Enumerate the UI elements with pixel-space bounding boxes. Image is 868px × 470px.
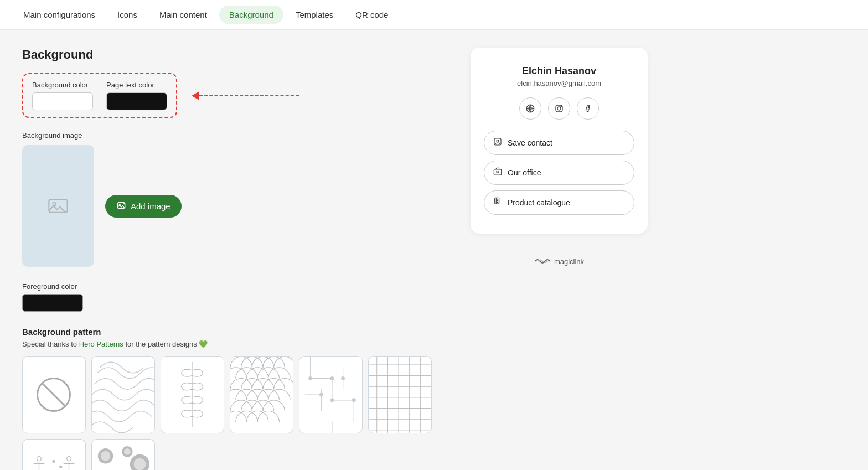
left-panel: Background Background color Page text co… (22, 48, 432, 470)
grid-pattern-icon (369, 357, 431, 433)
pattern-leaves[interactable] (161, 356, 224, 433)
svg-point-42 (67, 457, 71, 461)
our-office-button[interactable]: Our office (484, 161, 634, 185)
svg-point-61 (124, 448, 131, 455)
bg-color-field: Background color (32, 81, 93, 110)
magiclink-logo-icon (534, 256, 551, 267)
pattern-subtitle-post: for the pattern designs 💚 (123, 340, 208, 348)
anchors-pattern-icon (23, 440, 85, 470)
pattern-section: Background pattern Special thanks to Her… (22, 327, 432, 470)
hero-patterns-link[interactable]: Hero Patterns (79, 340, 123, 348)
pattern-title: Background pattern (22, 327, 432, 337)
topography-pattern-icon (92, 357, 154, 433)
svg-point-68 (557, 107, 561, 110)
foreground-color-label: Foreground color (22, 282, 432, 291)
placeholder-icon (47, 195, 69, 217)
seigaiha-pattern-icon (230, 357, 293, 433)
tab-qr-code[interactable]: QR code (345, 6, 398, 24)
image-placeholder (22, 145, 94, 267)
bg-color-label: Background color (32, 81, 93, 89)
bg-image-section: Background image (22, 131, 432, 267)
pattern-none[interactable] (22, 356, 86, 433)
svg-rect-72 (494, 169, 501, 175)
catalogue-icon (493, 197, 502, 208)
svg-point-19 (330, 399, 334, 402)
tab-main-content[interactable]: Main content (149, 6, 217, 24)
text-color-label: Page text color (106, 81, 167, 89)
magiclink-branding: magiclink (534, 256, 584, 267)
save-contact-button[interactable]: Save contact (484, 131, 634, 155)
circles-pattern-icon (92, 440, 154, 470)
svg-point-35 (37, 457, 42, 461)
svg-point-22 (342, 377, 345, 380)
svg-point-20 (352, 399, 355, 402)
bg-image-row: Add image (22, 145, 432, 267)
section-title: Background (22, 48, 432, 62)
office-icon (493, 167, 502, 178)
svg-rect-0 (49, 199, 67, 212)
arrow-head (192, 91, 199, 100)
arrow-line (199, 95, 299, 96)
tab-icons[interactable]: Icons (107, 6, 147, 24)
right-panel: Elchin Hasanov elcin.hasanov@gmail.com (454, 48, 664, 470)
add-image-label: Add image (131, 202, 170, 211)
save-contact-icon (493, 137, 502, 148)
pattern-topography[interactable] (91, 356, 155, 433)
product-catalogue-button[interactable]: Product catalogue (484, 190, 634, 215)
circuit-pattern-icon (299, 357, 362, 433)
preview-card: Elchin Hasanov elcin.hasanov@gmail.com (471, 48, 648, 234)
svg-point-18 (330, 377, 334, 380)
tab-templates[interactable]: Templates (286, 6, 343, 24)
pattern-circles[interactable] (91, 439, 155, 470)
bg-color-swatch[interactable] (32, 92, 93, 110)
pattern-subtitle-pre: Special thanks to (22, 340, 79, 348)
pattern-seigaiha[interactable] (230, 356, 293, 433)
preview-instagram-icon[interactable] (548, 97, 570, 120)
magiclink-logo-text: magiclink (554, 257, 584, 266)
pattern-circuit[interactable] (299, 356, 363, 433)
svg-point-41 (60, 466, 62, 468)
pattern-grid[interactable] (368, 356, 432, 433)
svg-point-60 (101, 451, 111, 461)
text-color-swatch[interactable] (106, 92, 167, 110)
pattern-anchors[interactable] (22, 439, 86, 470)
color-options-box: Background color Page text color (22, 73, 177, 118)
add-image-button[interactable]: Add image (105, 195, 182, 218)
text-color-field: Page text color (106, 81, 167, 110)
svg-line-5 (42, 383, 65, 406)
preview-globe-icon[interactable] (519, 97, 541, 120)
arrow (193, 91, 299, 100)
preview-name: Elchin Hasanov (522, 65, 596, 77)
foreground-color-swatch[interactable] (22, 294, 83, 312)
svg-point-40 (53, 461, 55, 463)
no-pattern-icon (23, 357, 85, 433)
add-image-icon (116, 200, 126, 212)
svg-point-69 (561, 106, 562, 107)
product-catalogue-label: Product catalogue (508, 198, 570, 207)
bg-image-label: Background image (22, 131, 432, 140)
preview-social-icons (519, 97, 599, 120)
save-contact-label: Save contact (508, 138, 552, 147)
leaves-pattern-icon (161, 357, 224, 433)
top-nav: Main configurations Icons Main content B… (0, 0, 868, 30)
pattern-subtitle: Special thanks to Hero Patterns for the … (22, 340, 432, 348)
preview-facebook-icon[interactable] (577, 97, 599, 120)
svg-point-17 (309, 377, 312, 380)
main-layout: Background Background color Page text co… (0, 30, 868, 470)
tab-background[interactable]: Background (219, 6, 283, 24)
tab-main-configurations[interactable]: Main configurations (13, 6, 105, 24)
svg-rect-74 (497, 171, 499, 173)
svg-point-1 (53, 203, 56, 206)
foreground-color-section: Foreground color (22, 282, 432, 312)
svg-point-71 (497, 140, 499, 142)
svg-point-21 (319, 393, 323, 396)
pattern-grid (22, 356, 432, 470)
svg-point-62 (134, 458, 146, 470)
preview-email: elcin.hasanov@gmail.com (517, 79, 601, 87)
our-office-label: Our office (508, 168, 541, 177)
